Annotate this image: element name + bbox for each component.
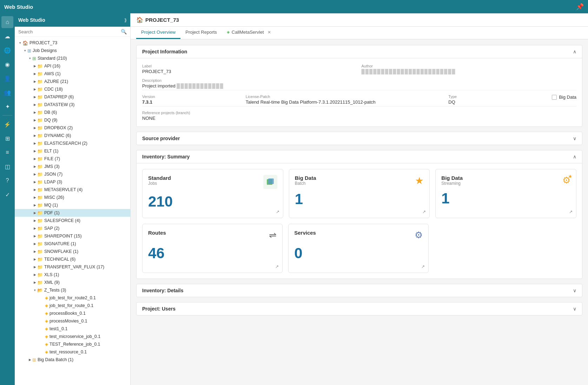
tree-item-job2[interactable]: ◈ job_test_for_route_0.1 [15, 302, 130, 309]
iconbar-group[interactable]: 👥 [1, 86, 13, 98]
tree-item-file[interactable]: ▶ 📁 FILE (7) [15, 155, 130, 163]
tree-arrow-dataprep[interactable]: ▶ [32, 94, 37, 99]
tree-item-elasticsearch[interactable]: ▶ 📁 ELASTICSEARCH (2) [15, 139, 130, 147]
tab-overview[interactable]: Project Overview [136, 26, 180, 39]
iconbar-home[interactable]: ⌂ [1, 16, 13, 28]
tree-item-pdf[interactable]: ▶ 📁 PDF (1) [15, 209, 130, 217]
iconbar-user-circle[interactable]: ◉ [1, 58, 13, 70]
tree-arrow-api[interactable]: ▶ [32, 64, 37, 68]
tree-arrow-salesforce[interactable]: ▶ [32, 218, 37, 223]
tree-item-job6[interactable]: ◈ test_microservice_job_0.1 [15, 333, 130, 340]
iconbar-question[interactable]: ? [1, 175, 13, 187]
tree-arrow-technical[interactable]: ▶ [32, 257, 37, 262]
section-source-provider-header[interactable]: Source provider ∨ [137, 132, 582, 145]
section-inventory-summary-header[interactable]: Inventory: Summary ∧ [137, 150, 582, 163]
tree-item-dq[interactable]: ▶ 📁 DQ (9) [15, 116, 130, 124]
tree-item-xml[interactable]: ▶ 📁 XML (9) [15, 279, 130, 286]
section-inventory-summary-chevron[interactable]: ∧ [573, 154, 576, 159]
tree-item-job5[interactable]: ◈ test1_0.1 [15, 325, 130, 333]
tree-arrow-sap[interactable]: ▶ [32, 226, 37, 231]
section-project-users-header[interactable]: Project: Users ∨ [137, 302, 582, 315]
tab-callmeta-close[interactable]: ✕ [267, 30, 271, 35]
tab-reports[interactable]: Project Reports [180, 26, 222, 39]
tree-arrow-xls[interactable]: ▶ [32, 272, 37, 277]
tree-arrow-sharepoint[interactable]: ▶ [32, 234, 37, 239]
sidebar-expand-icon[interactable]: ⟫ [124, 18, 127, 23]
tree-arrow-project[interactable]: ▾ [18, 40, 22, 45]
tree-arrow-ldap[interactable]: ▶ [32, 180, 37, 184]
section-project-users-chevron[interactable]: ∨ [573, 306, 576, 312]
tree-arrow-azure[interactable]: ▶ [32, 79, 37, 84]
tree-item-snowflake[interactable]: ▶ 📁 SNOWFLAKE (1) [15, 248, 130, 255]
tree-arrow-metaservlet[interactable]: ▶ [32, 187, 37, 192]
tree-arrow-cdc[interactable]: ▶ [32, 87, 37, 92]
tree-item-job-designs[interactable]: ▾ ⊞ Job Designs [15, 47, 130, 54]
tree-item-bigdata-batch[interactable]: ▶ ⊞ Big Data Batch (1) [15, 356, 130, 364]
iconbar-globe[interactable]: 🌐 [1, 44, 13, 56]
tree-arrow-ztests[interactable]: ▾ [32, 288, 37, 293]
iconbar-grid[interactable]: ⊞ [1, 132, 13, 144]
tree-item-mq[interactable]: ▶ 📁 MQ (1) [15, 201, 130, 209]
section-project-info-chevron[interactable]: ∧ [573, 49, 576, 54]
tree-arrow-dropbox[interactable]: ▶ [32, 125, 37, 130]
iconbar-bolt[interactable]: ⚡ [1, 118, 13, 130]
tree-item-ztests[interactable]: ▾ 📂 Z_Tests (3) [15, 286, 130, 294]
section-inventory-details-chevron[interactable]: ∨ [573, 288, 576, 293]
tree-item-sharepoint[interactable]: ▶ 📁 SHAREPOINT (15) [15, 232, 130, 240]
tree-item-project[interactable]: ▾ 🏠 PROJECT_73 [15, 39, 130, 47]
tree-item-misc[interactable]: ▶ 📁 MISC (26) [15, 194, 130, 201]
tree-arrow-standard[interactable]: ▾ [27, 56, 32, 61]
tree-item-sap[interactable]: ▶ 📁 SAP (2) [15, 224, 130, 232]
tree-item-azure[interactable]: ▶ 📁 AZURE (21) [15, 78, 130, 85]
card-services-link[interactable]: ↗ [421, 264, 425, 269]
tree-item-job4[interactable]: ◈ processMovies_0.1 [15, 317, 130, 325]
tree-item-dynamic[interactable]: ▶ 📁 DYNAMIC (6) [15, 132, 130, 139]
tree-arrow-transfert[interactable]: ▶ [32, 265, 37, 269]
tree-item-xls[interactable]: ▶ 📁 XLS (1) [15, 271, 130, 279]
iconbar-list[interactable]: ≡ [1, 146, 13, 158]
tree-item-job3[interactable]: ◈ processBooks_0.1 [15, 309, 130, 317]
iconbar-person[interactable]: 👤 [1, 72, 13, 84]
tree-item-dropbox[interactable]: ▶ 📁 DROPBOX (2) [15, 124, 130, 132]
iconbar-cloud[interactable]: ☁ [1, 30, 13, 42]
tree-item-job7[interactable]: ◈ TEST_Reference_job_0.1 [15, 340, 130, 348]
iconbar-check[interactable]: ✓ [1, 189, 13, 201]
tree-arrow-json[interactable]: ▶ [32, 172, 37, 177]
card-routes-link[interactable]: ↗ [275, 264, 279, 269]
tree-arrow-misc[interactable]: ▶ [32, 195, 37, 200]
tree-arrow-jms[interactable]: ▶ [32, 164, 37, 169]
tree-item-db[interactable]: ▶ 📁 DB (6) [15, 109, 130, 116]
card-standard-link[interactable]: ↗ [276, 209, 279, 214]
tab-callmeta[interactable]: ◈ CallMetaServlet ✕ [222, 26, 276, 39]
tree-item-dataprep[interactable]: ▶ 📁 DATAPREP (6) [15, 93, 130, 101]
section-project-info-header[interactable]: Project Information ∧ [137, 45, 582, 58]
tree-arrow-elt[interactable]: ▶ [32, 149, 37, 154]
tree-item-api[interactable]: ▶ 📁 API (16) [15, 62, 130, 70]
bigdata-checkbox[interactable] [552, 95, 557, 100]
tree-arrow-datastew[interactable]: ▶ [32, 102, 37, 107]
tree-arrow-snowflake[interactable]: ▶ [32, 249, 37, 254]
tree-item-job1[interactable]: ◈ job_test_for_route2_0.1 [15, 294, 130, 302]
tree-item-metaservlet[interactable]: ▶ 📁 METASERVLET (4) [15, 186, 130, 194]
tree-arrow-db[interactable]: ▶ [32, 110, 37, 115]
section-inventory-details-header[interactable]: Inventory: Details ∨ [137, 284, 582, 297]
card-bigdata-batch-link[interactable]: ↗ [422, 209, 426, 214]
iconbar-layers[interactable]: ◫ [1, 161, 13, 172]
card-bigdata-streaming-link[interactable]: ↗ [569, 209, 573, 214]
tree-item-technical[interactable]: ▶ 📁 TECHNICAL (6) [15, 255, 130, 263]
tree-arrow-bigdata-batch[interactable]: ▶ [27, 357, 32, 362]
tree-arrow-signature[interactable]: ▶ [32, 241, 37, 246]
tree-item-standard[interactable]: ▾ ⊞ Standard (210) [15, 54, 130, 62]
topbar-pin-icon[interactable]: 📌 [576, 3, 584, 11]
tree-item-datastew[interactable]: ▶ 📁 DATASTEW (3) [15, 101, 130, 109]
iconbar-tools[interactable]: ✦ [1, 100, 13, 112]
tree-arrow-dynamic[interactable]: ▶ [32, 133, 37, 138]
tree-item-signature[interactable]: ▶ 📁 SIGNATURE (1) [15, 240, 130, 248]
tree-arrow-pdf[interactable]: ▶ [32, 210, 37, 215]
tree-arrow-elasticsearch[interactable]: ▶ [32, 141, 37, 146]
tree-item-cdc[interactable]: ▶ 📁 CDC (18) [15, 85, 130, 93]
tree-arrow-mq[interactable]: ▶ [32, 203, 37, 208]
tree-arrow-aws[interactable]: ▶ [32, 71, 37, 76]
tree-item-jms[interactable]: ▶ 📁 JMS (3) [15, 163, 130, 170]
tree-item-aws[interactable]: ▶ 📁 AWS (1) [15, 70, 130, 78]
